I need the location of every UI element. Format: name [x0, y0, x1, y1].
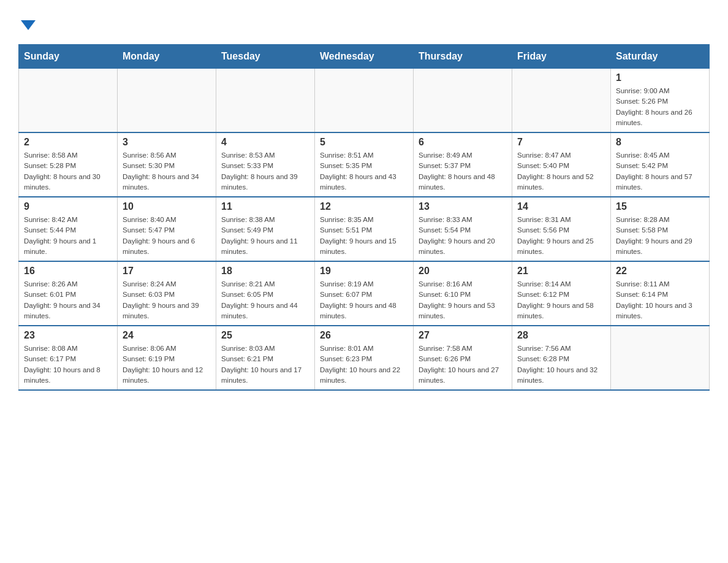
- calendar-cell: 20Sunrise: 8:16 AMSunset: 6:10 PMDayligh…: [414, 261, 512, 326]
- day-number: 16: [24, 266, 112, 277]
- day-number: 21: [517, 266, 605, 277]
- day-number: 4: [221, 137, 309, 148]
- day-number: 26: [320, 330, 408, 341]
- day-info: Sunrise: 8:45 AMSunset: 5:42 PMDaylight:…: [616, 150, 704, 193]
- calendar-cell: 5Sunrise: 8:51 AMSunset: 5:35 PMDaylight…: [315, 132, 414, 197]
- calendar-cell: 22Sunrise: 8:11 AMSunset: 6:14 PMDayligh…: [611, 261, 710, 326]
- day-number: 17: [123, 266, 211, 277]
- day-info: Sunrise: 8:56 AMSunset: 5:30 PMDaylight:…: [123, 150, 211, 193]
- day-number: 8: [616, 137, 704, 148]
- day-info: Sunrise: 8:11 AMSunset: 6:14 PMDaylight:…: [616, 279, 704, 321]
- day-number: 3: [123, 137, 211, 148]
- day-number: 13: [419, 201, 507, 212]
- calendar-cell: 9Sunrise: 8:42 AMSunset: 5:44 PMDaylight…: [19, 197, 118, 261]
- day-number: 18: [221, 266, 309, 277]
- day-number: 9: [24, 201, 112, 212]
- day-info: Sunrise: 8:08 AMSunset: 6:17 PMDaylight:…: [24, 343, 112, 386]
- day-number: 11: [221, 201, 309, 212]
- weekday-header-monday: Monday: [118, 45, 216, 69]
- day-info: Sunrise: 8:01 AMSunset: 6:23 PMDaylight:…: [320, 343, 408, 386]
- day-number: 28: [517, 330, 605, 341]
- day-number: 14: [517, 201, 605, 212]
- day-number: 15: [616, 201, 704, 212]
- calendar-cell: [512, 69, 611, 133]
- calendar-cell: 2Sunrise: 8:58 AMSunset: 5:28 PMDaylight…: [19, 132, 118, 197]
- day-info: Sunrise: 8:49 AMSunset: 5:37 PMDaylight:…: [419, 150, 507, 193]
- calendar-cell: 11Sunrise: 8:38 AMSunset: 5:49 PMDayligh…: [216, 197, 315, 261]
- calendar-cell: 10Sunrise: 8:40 AMSunset: 5:47 PMDayligh…: [118, 197, 216, 261]
- day-info: Sunrise: 8:31 AMSunset: 5:56 PMDaylight:…: [517, 215, 605, 257]
- day-number: 5: [320, 137, 408, 148]
- weekday-header-row: SundayMondayTuesdayWednesdayThursdayFrid…: [19, 45, 710, 69]
- calendar-cell: 8Sunrise: 8:45 AMSunset: 5:42 PMDaylight…: [611, 132, 710, 197]
- day-info: Sunrise: 8:40 AMSunset: 5:47 PMDaylight:…: [123, 215, 211, 257]
- day-info: Sunrise: 8:21 AMSunset: 6:05 PMDaylight:…: [221, 279, 309, 321]
- weekday-header-tuesday: Tuesday: [216, 45, 315, 69]
- day-number: 19: [320, 266, 408, 277]
- day-info: Sunrise: 8:38 AMSunset: 5:49 PMDaylight:…: [221, 215, 309, 257]
- calendar-cell: 7Sunrise: 8:47 AMSunset: 5:40 PMDaylight…: [512, 132, 611, 197]
- page-header: [18, 12, 710, 32]
- day-info: Sunrise: 7:58 AMSunset: 6:26 PMDaylight:…: [419, 343, 507, 386]
- calendar-week-row: 9Sunrise: 8:42 AMSunset: 5:44 PMDaylight…: [19, 197, 710, 261]
- calendar-cell: 18Sunrise: 8:21 AMSunset: 6:05 PMDayligh…: [216, 261, 315, 326]
- day-number: 10: [123, 201, 211, 212]
- calendar-cell: 13Sunrise: 8:33 AMSunset: 5:54 PMDayligh…: [414, 197, 512, 261]
- calendar-cell: 21Sunrise: 8:14 AMSunset: 6:12 PMDayligh…: [512, 261, 611, 326]
- calendar-week-row: 1Sunrise: 9:00 AMSunset: 5:26 PMDaylight…: [19, 69, 710, 133]
- day-number: 12: [320, 201, 408, 212]
- day-info: Sunrise: 8:51 AMSunset: 5:35 PMDaylight:…: [320, 150, 408, 193]
- day-info: Sunrise: 8:16 AMSunset: 6:10 PMDaylight:…: [419, 279, 507, 321]
- calendar-cell: [216, 69, 315, 133]
- calendar-cell: 15Sunrise: 8:28 AMSunset: 5:58 PMDayligh…: [611, 197, 710, 261]
- calendar-cell: 19Sunrise: 8:19 AMSunset: 6:07 PMDayligh…: [315, 261, 414, 326]
- calendar-cell: 24Sunrise: 8:06 AMSunset: 6:19 PMDayligh…: [118, 326, 216, 390]
- calendar-cell: 3Sunrise: 8:56 AMSunset: 5:30 PMDaylight…: [118, 132, 216, 197]
- day-info: Sunrise: 7:56 AMSunset: 6:28 PMDaylight:…: [517, 343, 605, 386]
- logo-triangle-icon: [20, 19, 37, 31]
- calendar-cell: 14Sunrise: 8:31 AMSunset: 5:56 PMDayligh…: [512, 197, 611, 261]
- day-number: 20: [419, 266, 507, 277]
- weekday-header-thursday: Thursday: [414, 45, 512, 69]
- weekday-header-friday: Friday: [512, 45, 611, 69]
- day-number: 6: [419, 137, 507, 148]
- day-info: Sunrise: 8:26 AMSunset: 6:01 PMDaylight:…: [24, 279, 112, 321]
- day-number: 23: [24, 330, 112, 341]
- weekday-header-saturday: Saturday: [611, 45, 710, 69]
- calendar-cell: 23Sunrise: 8:08 AMSunset: 6:17 PMDayligh…: [19, 326, 118, 390]
- day-info: Sunrise: 8:42 AMSunset: 5:44 PMDaylight:…: [24, 215, 112, 257]
- day-info: Sunrise: 8:24 AMSunset: 6:03 PMDaylight:…: [123, 279, 211, 321]
- weekday-header-wednesday: Wednesday: [315, 45, 414, 69]
- day-number: 27: [419, 330, 507, 341]
- day-info: Sunrise: 8:58 AMSunset: 5:28 PMDaylight:…: [24, 150, 112, 193]
- day-number: 1: [616, 72, 704, 83]
- day-info: Sunrise: 9:00 AMSunset: 5:26 PMDaylight:…: [616, 86, 704, 128]
- day-info: Sunrise: 8:35 AMSunset: 5:51 PMDaylight:…: [320, 215, 408, 257]
- day-info: Sunrise: 8:03 AMSunset: 6:21 PMDaylight:…: [221, 343, 309, 386]
- calendar-week-row: 23Sunrise: 8:08 AMSunset: 6:17 PMDayligh…: [19, 326, 710, 390]
- day-number: 7: [517, 137, 605, 148]
- day-info: Sunrise: 8:33 AMSunset: 5:54 PMDaylight:…: [419, 215, 507, 257]
- day-info: Sunrise: 8:53 AMSunset: 5:33 PMDaylight:…: [221, 150, 309, 193]
- calendar-cell: 25Sunrise: 8:03 AMSunset: 6:21 PMDayligh…: [216, 326, 315, 390]
- calendar-cell: 12Sunrise: 8:35 AMSunset: 5:51 PMDayligh…: [315, 197, 414, 261]
- logo: [18, 12, 37, 32]
- day-info: Sunrise: 8:28 AMSunset: 5:58 PMDaylight:…: [616, 215, 704, 257]
- day-info: Sunrise: 8:06 AMSunset: 6:19 PMDaylight:…: [123, 343, 211, 386]
- calendar-cell: 28Sunrise: 7:56 AMSunset: 6:28 PMDayligh…: [512, 326, 611, 390]
- day-number: 2: [24, 137, 112, 148]
- calendar-cell: [315, 69, 414, 133]
- calendar-cell: 26Sunrise: 8:01 AMSunset: 6:23 PMDayligh…: [315, 326, 414, 390]
- calendar-cell: 1Sunrise: 9:00 AMSunset: 5:26 PMDaylight…: [611, 69, 710, 133]
- calendar-cell: 17Sunrise: 8:24 AMSunset: 6:03 PMDayligh…: [118, 261, 216, 326]
- calendar-week-row: 2Sunrise: 8:58 AMSunset: 5:28 PMDaylight…: [19, 132, 710, 197]
- day-info: Sunrise: 8:14 AMSunset: 6:12 PMDaylight:…: [517, 279, 605, 321]
- calendar-cell: [118, 69, 216, 133]
- calendar-cell: [611, 326, 710, 390]
- calendar-cell: [19, 69, 118, 133]
- weekday-header-sunday: Sunday: [19, 45, 118, 69]
- day-number: 25: [221, 330, 309, 341]
- calendar-cell: 16Sunrise: 8:26 AMSunset: 6:01 PMDayligh…: [19, 261, 118, 326]
- calendar-table: SundayMondayTuesdayWednesdayThursdayFrid…: [18, 44, 710, 391]
- day-info: Sunrise: 8:47 AMSunset: 5:40 PMDaylight:…: [517, 150, 605, 193]
